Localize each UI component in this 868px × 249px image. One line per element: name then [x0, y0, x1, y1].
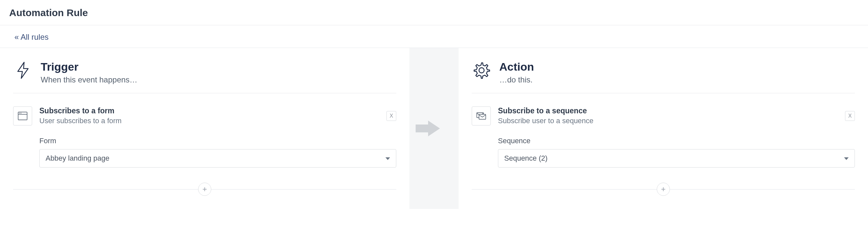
add-action-button[interactable]: +	[657, 183, 670, 196]
arrow-right-icon	[428, 120, 440, 136]
trigger-header: Trigger When this event happens…	[13, 58, 396, 93]
breadcrumb-all-rules[interactable]: « All rules	[14, 32, 49, 42]
action-add-divider: +	[472, 183, 855, 196]
action-card: Subscribe to a sequence Subscribe user t…	[472, 106, 855, 168]
action-sequence-selected-value: Sequence (2)	[504, 154, 548, 163]
action-sequence-label: Sequence	[498, 137, 855, 145]
gear-icon	[472, 60, 491, 80]
sequence-icon	[472, 106, 491, 126]
trigger-card-title: Subscribes to a form	[39, 106, 122, 115]
action-card-titles: Subscribe to a sequence Subscribe user t…	[498, 106, 593, 125]
trigger-remove-button[interactable]: X	[386, 111, 396, 121]
action-column: Action …do this. Subscribe to a sequence…	[459, 48, 868, 209]
trigger-card-subtitle: User subscribes to a form	[39, 117, 122, 125]
action-remove-button[interactable]: X	[845, 111, 855, 121]
trigger-add-divider: +	[13, 183, 396, 196]
action-card-subtitle: Subscribe user to a sequence	[498, 117, 593, 125]
rule-columns: Trigger When this event happens… Subscri…	[0, 48, 868, 209]
trigger-form-label: Form	[39, 137, 396, 145]
svg-point-3	[21, 113, 21, 113]
action-sequence-select[interactable]: Sequence (2)	[498, 149, 855, 168]
action-sequence-field: Sequence Sequence (2)	[498, 137, 855, 168]
page-title-bar: Automation Rule	[0, 0, 868, 25]
action-titles: Action …do this.	[499, 60, 534, 84]
action-header: Action …do this.	[472, 58, 855, 93]
column-gap	[409, 48, 459, 209]
action-heading: Action	[499, 60, 534, 73]
trigger-card-header: Subscribes to a form User subscribes to …	[13, 106, 396, 126]
action-subheading: …do this.	[499, 75, 534, 84]
page-title: Automation Rule	[9, 7, 859, 19]
action-card-header: Subscribe to a sequence Subscribe user t…	[472, 106, 855, 126]
trigger-form-selected-value: Abbey landing page	[45, 154, 110, 163]
trigger-heading: Trigger	[41, 60, 137, 73]
breadcrumb-bar: « All rules	[0, 25, 868, 48]
trigger-column: Trigger When this event happens… Subscri…	[0, 48, 409, 209]
svg-point-2	[19, 113, 20, 113]
trigger-card: Subscribes to a form User subscribes to …	[13, 106, 396, 168]
svg-point-4	[479, 68, 484, 73]
trigger-subheading: When this event happens…	[41, 75, 137, 84]
add-trigger-button[interactable]: +	[198, 183, 211, 196]
action-card-title: Subscribe to a sequence	[498, 106, 593, 115]
trigger-form-select[interactable]: Abbey landing page	[39, 149, 396, 168]
trigger-form-field: Form Abbey landing page	[39, 137, 396, 168]
trigger-titles: Trigger When this event happens…	[41, 60, 137, 84]
lightning-icon	[13, 60, 33, 80]
trigger-card-titles: Subscribes to a form User subscribes to …	[39, 106, 122, 125]
form-icon	[13, 106, 32, 126]
